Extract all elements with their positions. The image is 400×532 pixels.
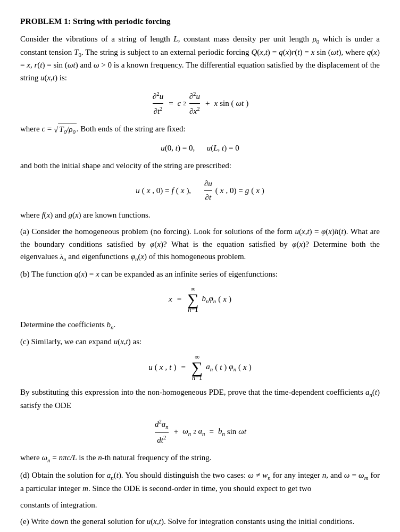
c-def-text: where c = √T0/ρ0 . Both ends of the stri… — [20, 123, 380, 137]
part-c: (c) Similarly, we can expand u(x,t) as: — [20, 336, 380, 348]
fg-text: where f(x) and g(x) are known functions. — [20, 209, 380, 221]
boundary-conditions: u(0, t) = 0, u(L, t) = 0 — [20, 142, 380, 154]
bn-text: Determine the coefficients bn. — [20, 319, 380, 332]
series-u: u(x,t) = ∞ ∑ n=1 an(t)φn(x) — [20, 354, 380, 381]
ode-equation: d2an dt2 + ωn2an = bn sin ωt — [20, 417, 380, 446]
part-b: (b) The function q(x) = x can be expande… — [20, 268, 380, 280]
constants-text: constants of integration. — [20, 499, 380, 511]
part-d: (d) Obtain the solution for an(t). You s… — [20, 469, 380, 495]
part-e: (e) Write down the general solution for … — [20, 516, 380, 528]
initial-conditions: u(x, 0) = f(x), ∂u ∂t (x, 0) = g(x) — [20, 178, 380, 204]
initial-conditions-text: and both the initial shape and velocity … — [20, 160, 380, 172]
part-a: (a) Consider the homogeneous problem (no… — [20, 226, 380, 263]
pde-equation: ∂2u ∂t2 = c2 ∂2u ∂x2 + x sin (ωt) — [20, 89, 380, 118]
intro-paragraph: Consider the vibrations of a string of l… — [20, 33, 380, 84]
substituting-text: By substituting this expression into the… — [20, 386, 380, 412]
omega-n-text: where ωn = nπc/L is the n-th natural fre… — [20, 452, 380, 465]
series-x: x = ∞ ∑ n=1 bnφn(x) — [20, 286, 380, 313]
problem-title: PROBLEM 1: String with periodic forcing — [20, 15, 380, 28]
